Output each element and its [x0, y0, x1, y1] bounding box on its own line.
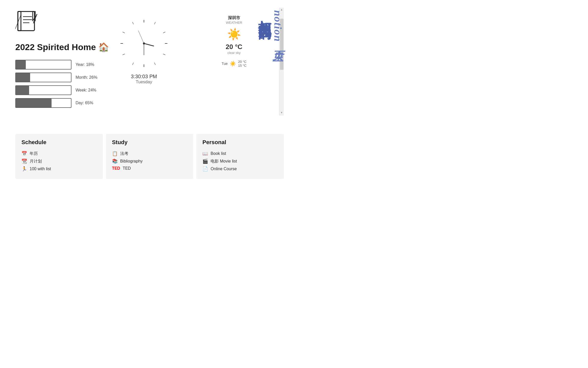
scrollbar-down-arrow[interactable]: ▼	[280, 111, 284, 114]
clock-time: 3:30:03 PM	[131, 74, 157, 79]
vertical-notion-text: notion主页	[272, 10, 284, 43]
svg-line-16	[122, 32, 125, 33]
personal-item-2[interactable]: 📄 Online Course	[202, 165, 278, 173]
study-label-0: 法考	[120, 151, 128, 156]
personal-item-0[interactable]: 📖 Book list	[202, 150, 278, 157]
personal-title: Personal	[202, 139, 278, 146]
progress-label-month: Month: 26%	[76, 75, 97, 80]
progress-label-week: Week: 24%	[76, 88, 96, 93]
svg-rect-0	[18, 12, 34, 31]
svg-line-13	[154, 22, 155, 24]
study-icon-1: 📚	[112, 158, 118, 164]
analog-clock	[116, 15, 172, 72]
study-item-1[interactable]: 📚 Bibliography	[112, 157, 187, 165]
weather-forecast-row: Tue ☀️ 20 °C 15 °C	[222, 60, 246, 67]
study-label-1: Bibliography	[120, 159, 143, 164]
schedule-icon-1: 📆	[21, 158, 27, 164]
study-icon-2: TED	[112, 166, 120, 171]
svg-line-15	[163, 32, 165, 33]
bottom-sections: Schedule 📅 年历 📆 月计划 🏃 100 with list Stud…	[15, 129, 284, 179]
progress-label-year: Year: 18%	[76, 62, 94, 67]
schedule-item-0[interactable]: 📅 年历	[21, 150, 97, 157]
schedule-icon-0: 📅	[21, 151, 27, 156]
study-item-0[interactable]: 📋 法考	[112, 150, 187, 157]
study-label-2: TED	[123, 166, 131, 171]
forecast-day: Tue	[222, 62, 228, 66]
weather-city: 深圳市	[228, 15, 240, 21]
forecast-sun-icon: ☀️	[230, 61, 236, 67]
schedule-card: Schedule 📅 年历 📆 月计划 🏃 100 with list	[15, 134, 103, 179]
svg-line-17	[163, 54, 165, 55]
personal-item-1[interactable]: 🎬 电影 Movie list	[202, 157, 278, 165]
weather-sun-icon: ☀️	[227, 28, 241, 41]
personal-icon-1: 🎬	[202, 158, 208, 164]
svg-line-23	[138, 31, 144, 43]
progress-row-week: Week: 24%	[15, 85, 143, 95]
progress-bar-year	[15, 60, 71, 70]
vertical-chinese-text: 如何美化自己的	[258, 10, 272, 43]
schedule-item-2[interactable]: 🏃 100 with list	[21, 165, 97, 173]
progress-fill-day	[16, 99, 52, 107]
svg-point-24	[143, 42, 145, 44]
main-container: 2022 Spirited Home 🏠 Year: 18% Month: 26…	[0, 0, 294, 184]
svg-line-19	[154, 63, 155, 65]
weather-section: 深圳市 WEATHER ☀️ 20 °C clear sky Tue ☀️ 20…	[217, 15, 251, 67]
progress-bar-week	[15, 85, 71, 95]
schedule-label-1: 月计划	[30, 159, 42, 164]
personal-label-1: 电影 Movie list	[211, 159, 237, 164]
personal-label-2: Online Course	[211, 167, 237, 171]
study-icon-0: 📋	[112, 151, 118, 156]
progress-row-day: Day: 65%	[15, 98, 143, 108]
study-item-2[interactable]: TED TED	[112, 165, 187, 172]
progress-bar-day	[15, 98, 71, 108]
progress-label-day: Day: 65%	[76, 101, 93, 105]
progress-bar-month	[15, 73, 71, 82]
clock-section: 3:30:03 PM Tuesday	[116, 15, 172, 85]
personal-icon-0: 📖	[202, 151, 208, 156]
weather-desc: clear sky	[227, 51, 240, 55]
weather-label: WEATHER	[226, 21, 242, 25]
schedule-item-1[interactable]: 📆 月计划	[21, 157, 97, 165]
svg-line-18	[122, 54, 125, 55]
left-content: 2022 Spirited Home 🏠 Year: 18% Month: 26…	[0, 0, 294, 184]
progress-fill-week	[16, 86, 29, 95]
study-card: Study 📋 法考 📚 Bibliography TED TED	[106, 134, 193, 179]
schedule-label-0: 年历	[30, 151, 38, 156]
schedule-label-2: 100 with list	[30, 167, 51, 171]
svg-line-20	[132, 63, 133, 65]
progress-fill-year	[16, 60, 26, 69]
progress-fill-month	[16, 73, 30, 82]
vertical-text-decoration: 如何美化自己的 notion主页	[258, 10, 284, 43]
weather-temp: 20 °C	[226, 43, 242, 51]
svg-line-21	[144, 43, 154, 46]
forecast-low: 15 °C	[238, 64, 247, 67]
personal-icon-2: 📄	[202, 166, 208, 172]
svg-line-14	[132, 22, 133, 24]
schedule-title: Schedule	[21, 139, 97, 146]
study-title: Study	[112, 139, 187, 146]
schedule-icon-2: 🏃	[21, 166, 27, 172]
personal-label-0: Book list	[211, 151, 226, 156]
top-content-area: 2022 Spirited Home 🏠 Year: 18% Month: 26…	[15, 8, 284, 116]
personal-card: Personal 📖 Book list 🎬 电影 Movie list 📄 O…	[196, 134, 284, 179]
forecast-high: 20 °C	[238, 60, 247, 64]
clock-day: Tuesday	[136, 79, 152, 85]
